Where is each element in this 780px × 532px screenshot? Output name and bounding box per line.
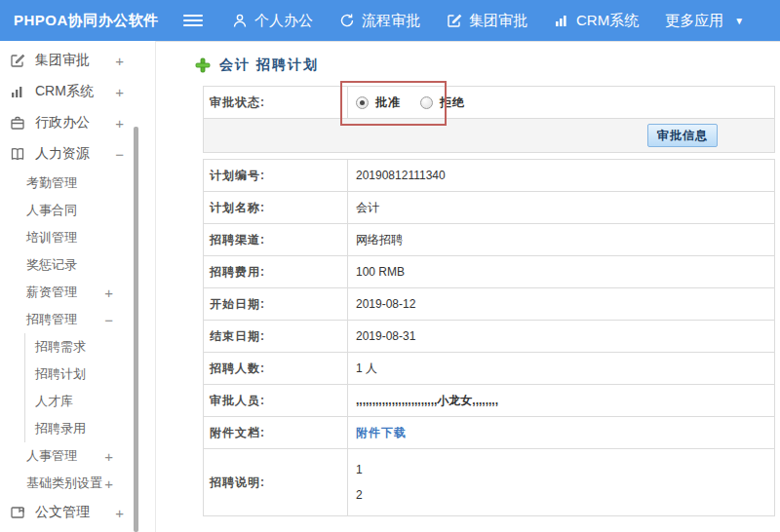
page-title: 会计 招聘计划 [195, 57, 780, 74]
expand-icon[interactable]: + [104, 448, 113, 465]
nav-process-approval[interactable]: 流程审批 [339, 12, 420, 30]
expand-icon[interactable]: + [104, 285, 113, 301]
approval-status-table: 审批状态: 批准 拒绝 审批信息 [203, 86, 775, 153]
radio-reject-label[interactable]: 拒绝 [440, 95, 465, 111]
expand-icon[interactable]: + [115, 505, 124, 521]
sidebar-item-recruitment-mgmt[interactable]: 招聘管理 − [0, 306, 155, 333]
sidebar-item-label: 人才库 [35, 393, 73, 410]
top-navigation-bar: PHPOA协同办公软件 个人办公 流程审批 [0, 0, 780, 41]
sidebar-item-human-resources[interactable]: 人力资源 − [0, 138, 155, 170]
field-value: 20190812111340 [348, 160, 774, 191]
sidebar-item-label: 培训管理 [26, 229, 77, 247]
table-row-description: 招聘说明: 1 2 [204, 449, 774, 515]
field-label: 计划名称: [204, 192, 348, 223]
radio-reject[interactable] [420, 96, 433, 109]
sidebar-item-salary-mgmt[interactable]: 薪资管理 + [0, 279, 155, 306]
main-content: 会计 招聘计划 审批状态: 批准 拒绝 审批信息 [156, 41, 780, 532]
field-label: 开始日期: [204, 288, 348, 320]
bar-chart-icon [10, 84, 26, 99]
group-approval-icon [447, 13, 462, 28]
table-row-recruit-cost: 招聘费用: 100 RMB [204, 256, 774, 288]
sidebar-item-hr-contract[interactable]: 人事合同 [0, 197, 155, 224]
hamburger-menu-icon[interactable] [183, 12, 203, 29]
table-row-recruit-channel: 招聘渠道: 网络招聘 [204, 224, 774, 256]
sidebar-item-reward-punishment[interactable]: 奖惩记录 [0, 251, 155, 279]
table-row-end-date: 结束日期: 2019-08-31 [204, 321, 774, 353]
field-value: 100 RMB [348, 256, 774, 287]
sidebar-item-crm-system[interactable]: CRM系统 + [0, 76, 155, 107]
table-row-start-date: 开始日期: 2019-08-12 [204, 288, 774, 321]
nav-more-apps[interactable]: 更多应用 ▼ [665, 12, 744, 30]
user-icon [232, 13, 248, 28]
briefcase-icon [10, 115, 26, 131]
top-nav: 个人办公 流程审批 集团审批 [232, 12, 770, 30]
sidebar: 集团审批 + CRM系统 + 行政办公 + 人力资源 [0, 41, 156, 532]
crm-chart-icon [554, 13, 569, 28]
field-value: 2019-08-31 [348, 321, 774, 352]
field-label: 招聘说明: [204, 449, 348, 515]
sidebar-item-document-mgmt[interactable]: 公文管理 + [0, 497, 155, 528]
field-label: 招聘渠道: [204, 224, 348, 255]
sidebar-item-label: 集团审批 [35, 52, 90, 69]
recruitment-plan-detail-table: 计划编号: 20190812111340 计划名称: 会计 招聘渠道: 网络招聘… [203, 159, 775, 516]
sidebar-item-personnel-mgmt[interactable]: 人事管理 + [0, 442, 155, 470]
sidebar-item-label: 基础类别设置 [26, 475, 102, 492]
nav-label: 集团审批 [469, 12, 527, 30]
field-label: 审批状态: [204, 87, 348, 118]
sidebar-item-label: 招聘录用 [35, 420, 86, 437]
sidebar-item-attendance-mgmt[interactable]: 考勤管理 [0, 170, 155, 197]
sidebar-item-label: 薪资管理 [26, 284, 77, 301]
edit-square-icon [10, 53, 26, 68]
sidebar-item-label: 人力资源 [35, 145, 90, 163]
approval-status-radio-group: 批准 拒绝 [356, 95, 485, 111]
expand-icon[interactable]: + [115, 115, 124, 132]
field-value: ,,,,,,,,,,,,,,,,,,,,,,,,,小龙女,,,,,,,, [348, 385, 774, 416]
radio-approve-label[interactable]: 批准 [375, 95, 401, 111]
expand-icon[interactable]: + [104, 475, 113, 492]
field-label: 计划编号: [204, 160, 348, 191]
expand-icon[interactable]: + [115, 84, 124, 100]
collapse-icon[interactable]: − [115, 146, 124, 163]
attachment-download-link[interactable]: 附件下载 [356, 425, 407, 441]
sidebar-item-label: 招聘需求 [35, 338, 86, 356]
sidebar-scrollbar-thumb[interactable] [134, 127, 138, 532]
app-logo: PHPOA协同办公软件 [0, 12, 183, 30]
expand-icon[interactable]: + [115, 53, 124, 69]
field-label: 招聘人数: [204, 353, 348, 384]
radio-approve[interactable] [356, 96, 369, 109]
sidebar-item-label: 行政办公 [35, 114, 90, 132]
collapse-icon[interactable]: − [104, 312, 113, 328]
approval-info-button[interactable]: 审批信息 [647, 124, 718, 147]
sidebar-item-admin-office[interactable]: 行政办公 + [0, 107, 155, 138]
button-row: 审批信息 [204, 119, 774, 152]
field-value: 网络招聘 [348, 224, 774, 255]
table-row-attachment: 附件文档: 附件下载 [204, 417, 774, 449]
nav-label: 流程审批 [362, 12, 420, 30]
nav-group-approval[interactable]: 集团审批 [447, 12, 527, 30]
sidebar-item-label: 人事合同 [26, 202, 77, 219]
page-title-text: 会计 招聘计划 [219, 57, 319, 74]
field-label: 招聘费用: [204, 256, 348, 287]
nav-crm-system[interactable]: CRM系统 [554, 12, 639, 30]
sidebar-item-basic-category-settings[interactable]: 基础类别设置 + [0, 470, 155, 497]
sidebar-item-training-mgmt[interactable]: 培训管理 [0, 224, 155, 251]
field-value: 会计 [348, 192, 774, 223]
table-row-plan-number: 计划编号: 20190812111340 [204, 160, 774, 192]
sidebar-item-label: CRM系统 [35, 83, 94, 100]
nav-label: 个人办公 [254, 12, 313, 30]
nav-label: 更多应用 [665, 12, 723, 30]
table-row-plan-name: 计划名称: 会计 [204, 192, 774, 224]
description-line: 1 [356, 463, 363, 476]
table-row-headcount: 招聘人数: 1 人 [204, 353, 774, 385]
nav-personal-office[interactable]: 个人办公 [232, 12, 313, 30]
process-approval-icon [339, 13, 355, 28]
sidebar-item-label: 公文管理 [35, 504, 90, 521]
sidebar-item-label: 招聘管理 [26, 311, 77, 328]
sidebar-item-vehicle-mgmt[interactable]: 用车管理 + [0, 528, 155, 532]
book-icon [10, 146, 26, 162]
sidebar-item-label: 奖惩记录 [26, 256, 77, 274]
caret-down-icon: ▼ [734, 16, 744, 26]
sidebar-item-group-approval[interactable]: 集团审批 + [0, 45, 155, 76]
field-label: 附件文档: [204, 417, 348, 448]
sidebar-item-label: 人事管理 [26, 447, 77, 465]
